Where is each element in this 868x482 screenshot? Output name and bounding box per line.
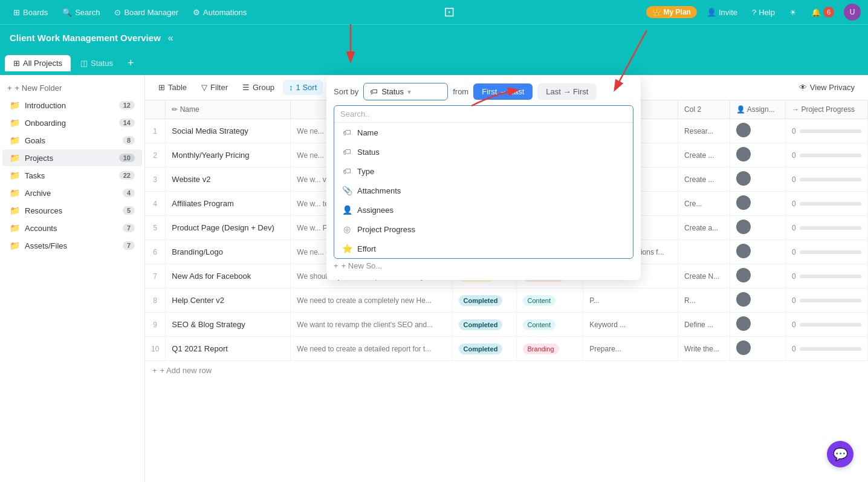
- progress-cell[interactable]: 0: [786, 143, 868, 168]
- group-icon: ☰: [242, 83, 250, 92]
- sidebar-item-tasks[interactable]: 📁 Tasks 22: [2, 167, 142, 184]
- table-button[interactable]: ⊞ Table: [152, 80, 193, 95]
- boards-nav[interactable]: ⊞ Boards: [7, 5, 54, 19]
- sidebar-item-label: Resources: [25, 206, 118, 215]
- board-title: Client Work Management Overview: [10, 33, 161, 43]
- filter-icon: ▽: [201, 83, 207, 92]
- row-number: 3: [145, 168, 166, 192]
- automations-icon: ⚙: [193, 8, 200, 17]
- project-name-cell[interactable]: SEO & Blog Strategy: [166, 313, 291, 337]
- new-folder-button[interactable]: + + New Folder: [0, 80, 144, 96]
- progress-cell[interactable]: 0: [786, 313, 868, 337]
- sidebar-item-count: 14: [119, 119, 135, 127]
- chevron-down-icon: ▾: [407, 88, 411, 96]
- project-name-cell[interactable]: Website v2: [166, 168, 291, 192]
- sidebar-item-resources[interactable]: 📁 Resources 5: [2, 202, 142, 219]
- theme-button[interactable]: ☀: [785, 5, 802, 19]
- sidebar-item-introduction[interactable]: 📁 Introduction 12: [2, 97, 142, 114]
- table-icon: ⊞: [13, 59, 20, 68]
- board-manager-nav[interactable]: ⊙ Board Manager: [108, 5, 184, 19]
- progress-cell[interactable]: 0: [786, 192, 868, 216]
- sidebar-item-assets[interactable]: 📁 Assets/Files 7: [2, 237, 142, 254]
- sort-button[interactable]: ↕ 1 Sort: [283, 80, 323, 95]
- col-checkbox: [145, 100, 166, 119]
- plus-icon: +: [334, 261, 338, 270]
- first-last-button[interactable]: First → Last: [473, 83, 533, 100]
- automations-nav[interactable]: ⚙ Automations: [187, 5, 253, 19]
- tag-cell[interactable]: Branding: [516, 337, 583, 361]
- sidebar-item-onboarding[interactable]: 📁 Onboarding 14: [2, 114, 142, 131]
- search-nav[interactable]: 🔍 Search: [56, 5, 106, 19]
- project-name-cell[interactable]: New Ads for Facebook: [166, 264, 291, 288]
- sort-option-effort[interactable]: ⭐ Effort: [334, 239, 633, 258]
- col2-cell: Create a...: [678, 216, 730, 240]
- sidebar-item-count: 4: [123, 189, 135, 197]
- sidebar-item-goals[interactable]: 📁 Goals 8: [2, 132, 142, 149]
- collapse-sidebar-button[interactable]: «: [166, 30, 176, 46]
- progress-cell[interactable]: 0: [786, 264, 868, 288]
- my-plan-button[interactable]: 👑 My Plan: [646, 6, 697, 18]
- status-cell[interactable]: Completed: [452, 313, 516, 337]
- table-row[interactable]: 10 Q1 2021 Report We need to create a de…: [145, 337, 868, 361]
- notification-count: 6: [823, 7, 834, 18]
- tag-cell[interactable]: Content: [516, 313, 583, 337]
- tab-status[interactable]: ◫ Status: [72, 55, 121, 71]
- add-tab-button[interactable]: +: [123, 54, 139, 72]
- progress-cell[interactable]: 0: [786, 337, 868, 361]
- sidebar-item-label: Onboarding: [25, 119, 114, 128]
- tab-all-projects[interactable]: ⊞ All Projects: [5, 55, 71, 71]
- project-name-cell[interactable]: Help Center v2: [166, 288, 291, 313]
- status-cell[interactable]: Completed: [452, 288, 516, 313]
- folder-icon: 📁: [10, 153, 20, 163]
- sort-option-type[interactable]: 🏷 Type: [334, 161, 633, 181]
- star-icon: ⭐: [342, 244, 352, 253]
- progress-cell[interactable]: 0: [786, 288, 868, 313]
- view-privacy-button[interactable]: 👁 View Privacy: [793, 80, 861, 95]
- project-name-cell[interactable]: Q1 2021 Report: [166, 337, 291, 361]
- tag-cell[interactable]: Content: [516, 288, 583, 313]
- sort-option-attachments[interactable]: 📎 Attachments: [334, 181, 633, 200]
- sort-search-input[interactable]: [340, 109, 627, 119]
- sidebar-item-accounts[interactable]: 📁 Accounts 7: [2, 220, 142, 236]
- assignee-cell: [730, 313, 786, 337]
- progress-cell[interactable]: 0: [786, 119, 868, 143]
- table-row[interactable]: 8 Help Center v2 We need to create a com…: [145, 288, 868, 313]
- project-name-cell[interactable]: Monthly/Yearly Pricing: [166, 143, 291, 168]
- table-row[interactable]: 9 SEO & Blog Strategy We want to revamp …: [145, 313, 868, 337]
- add-new-row-button[interactable]: + + Add new row: [145, 361, 868, 380]
- new-sort-button[interactable]: + + New So...: [334, 259, 633, 273]
- folder-icon: 📁: [10, 118, 20, 128]
- sort-option-name[interactable]: 🏷 Name: [334, 123, 633, 142]
- sidebar-item-count: 10: [119, 154, 135, 162]
- notifications-button[interactable]: 🔔 6: [806, 4, 839, 20]
- sort-option-assignees[interactable]: 👤 Assignees: [334, 200, 633, 220]
- invite-button[interactable]: 👤 Invite: [702, 5, 742, 19]
- project-name-cell[interactable]: Product Page (Design + Dev): [166, 216, 291, 240]
- sort-option-status[interactable]: 🏷 Status: [334, 142, 633, 161]
- folder-icon: 📁: [10, 171, 20, 180]
- progress-cell[interactable]: 0: [786, 168, 868, 192]
- project-name-cell[interactable]: Branding/Logo: [166, 240, 291, 264]
- row-number: 5: [145, 216, 166, 240]
- sidebar-item-projects[interactable]: 📁 Projects 10: [2, 149, 142, 166]
- sort-field-select[interactable]: 🏷 Status ▾: [363, 83, 448, 100]
- status-cell[interactable]: Completed: [452, 337, 516, 361]
- filter-button[interactable]: ▽ Filter: [195, 80, 234, 95]
- last-first-button[interactable]: Last → First: [537, 83, 597, 100]
- user-avatar[interactable]: U: [844, 4, 861, 21]
- sidebar-item-archive[interactable]: 📁 Archive 4: [2, 184, 142, 201]
- group-button[interactable]: ☰ Group: [236, 80, 280, 95]
- tag-icon: 🏷: [342, 166, 352, 176]
- project-name-cell[interactable]: Affiliates Program: [166, 192, 291, 216]
- progress-cell[interactable]: 0: [786, 240, 868, 264]
- top-nav: ⊞ Boards 🔍 Search ⊙ Board Manager ⚙ Auto…: [0, 0, 868, 24]
- sort-option-progress[interactable]: ◎ Project Progress: [334, 220, 633, 239]
- row-number: 1: [145, 119, 166, 143]
- sidebar-item-label: Accounts: [25, 224, 118, 233]
- col-name[interactable]: ✏ Name: [166, 100, 291, 119]
- tag-icon: 🏷: [342, 128, 352, 137]
- project-name-cell[interactable]: Social Media Strategy: [166, 119, 291, 143]
- help-button[interactable]: ? Help: [747, 5, 780, 19]
- progress-cell[interactable]: 0: [786, 216, 868, 240]
- chat-button[interactable]: 💬: [827, 441, 853, 467]
